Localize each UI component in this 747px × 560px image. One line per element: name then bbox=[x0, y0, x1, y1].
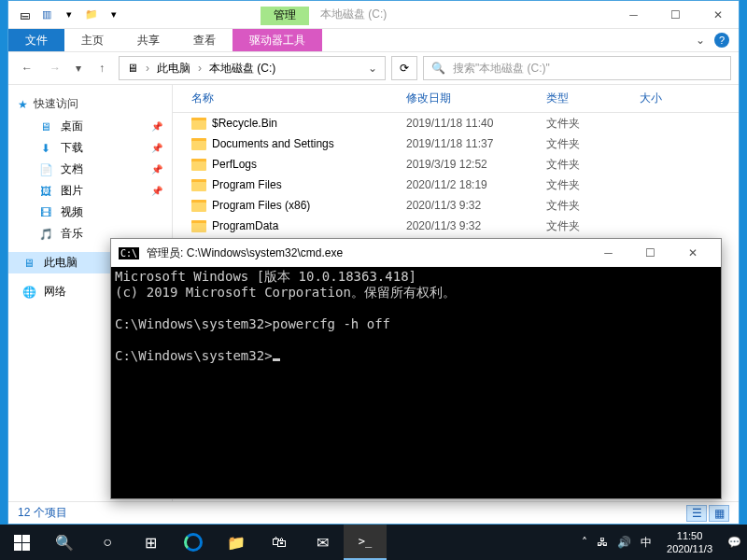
cmd-icon: C:\ bbox=[119, 247, 139, 259]
up-button[interactable]: ↑ bbox=[91, 57, 113, 79]
address-dropdown-icon[interactable]: ⌄ bbox=[366, 62, 379, 75]
search-icon: 🔍 bbox=[431, 62, 445, 75]
address-bar[interactable]: 🖥 › 此电脑 › 本地磁盘 (C:) ⌄ bbox=[119, 56, 386, 80]
cmd-title-text: 管理员: C:\Windows\system32\cmd.exe bbox=[147, 245, 343, 261]
table-row[interactable]: Documents and Settings2019/11/18 11:37文件… bbox=[173, 133, 739, 154]
taskbar-store[interactable]: 🛍 bbox=[258, 525, 301, 560]
titlebar: 🖴 ▥ ▾ 📁 ▾ 管理 本地磁盘 (C:) ─ ☐ ✕ bbox=[8, 1, 739, 29]
tray-overflow-icon[interactable]: ˄ bbox=[582, 536, 587, 549]
col-date[interactable]: 修改日期 bbox=[406, 91, 546, 106]
search-button[interactable]: 🔍 bbox=[43, 525, 86, 560]
taskbar: 🔍 ○ ⊞ 📁 🛍 ✉ >_ ˄ 🖧 🔊 中 11:50 2020/11/3 💬 bbox=[0, 525, 747, 560]
ribbon-tabs: 文件 主页 共享 查看 驱动器工具 ⌄ ? bbox=[8, 29, 739, 51]
tab-home[interactable]: 主页 bbox=[64, 29, 120, 51]
table-row[interactable]: ProgramData2020/11/3 9:32文件夹 bbox=[173, 216, 739, 236]
ribbon-expand-icon[interactable]: ⌄ bbox=[696, 34, 705, 47]
item-count: 12 个项目 bbox=[18, 505, 67, 521]
sidebar-item-desktop[interactable]: 🖥桌面📌 bbox=[8, 116, 172, 137]
qa-overflow-icon[interactable]: ▾ bbox=[106, 7, 122, 23]
qa-dropdown-icon[interactable]: ▾ bbox=[61, 7, 78, 23]
col-size[interactable]: 大小 bbox=[640, 91, 714, 106]
table-row[interactable]: Program Files (x86)2020/11/3 9:32文件夹 bbox=[173, 195, 739, 216]
tray-volume-icon[interactable]: 🔊 bbox=[617, 536, 631, 549]
tray-notifications-icon[interactable]: 💬 bbox=[727, 536, 741, 549]
folder-icon: 📁 bbox=[83, 7, 100, 23]
tab-drive-tools[interactable]: 驱动器工具 bbox=[233, 29, 322, 51]
drive-icon: 🖴 bbox=[16, 7, 33, 23]
folder-icon bbox=[191, 220, 206, 232]
sidebar-item-documents[interactable]: 📄文档📌 bbox=[8, 159, 172, 180]
navigation-bar: ← → ▾ ↑ 🖥 › 此电脑 › 本地磁盘 (C:) ⌄ ⟳ 🔍 搜索"本地磁… bbox=[8, 51, 739, 85]
minimize-button[interactable]: ─ bbox=[613, 1, 655, 28]
cmd-maximize-button[interactable]: ☐ bbox=[629, 240, 671, 267]
column-headers[interactable]: 名称 修改日期 类型 大小 bbox=[173, 85, 739, 113]
crumb-drive[interactable]: 本地磁盘 (C:) bbox=[207, 61, 277, 77]
taskbar-cmd[interactable]: >_ bbox=[344, 525, 387, 560]
taskbar-explorer[interactable]: 📁 bbox=[215, 525, 258, 560]
tray-ime[interactable]: 中 bbox=[641, 535, 652, 551]
tab-view[interactable]: 查看 bbox=[176, 29, 233, 51]
cmd-minimize-button[interactable]: ─ bbox=[587, 240, 629, 267]
refresh-button[interactable]: ⟳ bbox=[391, 56, 417, 80]
window-title: 本地磁盘 (C:) bbox=[309, 7, 398, 22]
crumb-pc[interactable]: 此电脑 bbox=[155, 61, 192, 77]
cursor bbox=[273, 358, 280, 361]
folder-icon bbox=[191, 179, 206, 191]
forward-button[interactable]: → bbox=[44, 57, 66, 79]
search-placeholder: 搜索"本地磁盘 (C:)" bbox=[453, 61, 550, 77]
cortana-button[interactable]: ○ bbox=[86, 525, 129, 560]
folder-icon bbox=[191, 118, 206, 130]
cmd-close-button[interactable]: ✕ bbox=[671, 240, 713, 267]
search-input[interactable]: 🔍 搜索"本地磁盘 (C:)" bbox=[423, 56, 731, 80]
view-details-button[interactable]: ☰ bbox=[686, 505, 707, 522]
sidebar-item-videos[interactable]: 🎞视频 bbox=[8, 202, 172, 223]
folder-icon bbox=[191, 200, 206, 212]
taskbar-edge[interactable] bbox=[172, 525, 215, 560]
cmd-titlebar[interactable]: C:\ 管理员: C:\Windows\system32\cmd.exe ─ ☐… bbox=[111, 239, 721, 267]
back-button[interactable]: ← bbox=[16, 57, 38, 79]
contextual-tab-label: 管理 bbox=[261, 7, 309, 25]
table-row[interactable]: Program Files2020/11/2 18:19文件夹 bbox=[173, 175, 739, 195]
help-icon[interactable]: ? bbox=[714, 33, 729, 48]
cmd-output[interactable]: Microsoft Windows [版本 10.0.18363.418] (c… bbox=[111, 267, 721, 498]
status-bar: 12 个项目 ☰ ▦ bbox=[8, 501, 739, 524]
start-button[interactable] bbox=[0, 525, 43, 560]
qa-save-icon[interactable]: ▥ bbox=[38, 7, 55, 23]
folder-icon bbox=[191, 159, 206, 171]
maximize-button[interactable]: ☐ bbox=[655, 1, 697, 28]
tab-file[interactable]: 文件 bbox=[8, 29, 64, 51]
view-icons-button[interactable]: ▦ bbox=[709, 505, 729, 522]
sidebar-item-downloads[interactable]: ⬇下载📌 bbox=[8, 137, 172, 159]
tab-share[interactable]: 共享 bbox=[120, 29, 176, 51]
taskbar-mail[interactable]: ✉ bbox=[301, 525, 344, 560]
table-row[interactable]: $Recycle.Bin2019/11/18 11:40文件夹 bbox=[173, 113, 739, 133]
col-type[interactable]: 类型 bbox=[546, 91, 640, 106]
pc-icon: 🖥 bbox=[125, 62, 140, 75]
folder-icon bbox=[191, 138, 206, 150]
system-tray: ˄ 🖧 🔊 中 11:50 2020/11/3 💬 bbox=[576, 529, 747, 555]
recent-dropdown[interactable]: ▾ bbox=[72, 57, 85, 79]
task-view-button[interactable]: ⊞ bbox=[129, 525, 172, 560]
table-row[interactable]: PerfLogs2019/3/19 12:52文件夹 bbox=[173, 154, 739, 175]
cmd-window: C:\ 管理员: C:\Windows\system32\cmd.exe ─ ☐… bbox=[110, 238, 722, 499]
tray-clock[interactable]: 11:50 2020/11/3 bbox=[661, 529, 718, 555]
sidebar-quick-access[interactable]: ★快速访问 bbox=[8, 92, 172, 116]
col-name[interactable]: 名称 bbox=[173, 91, 406, 106]
tray-network-icon[interactable]: 🖧 bbox=[597, 536, 608, 549]
sidebar-item-pictures[interactable]: 🖼图片📌 bbox=[8, 180, 172, 202]
close-button[interactable]: ✕ bbox=[697, 1, 739, 28]
